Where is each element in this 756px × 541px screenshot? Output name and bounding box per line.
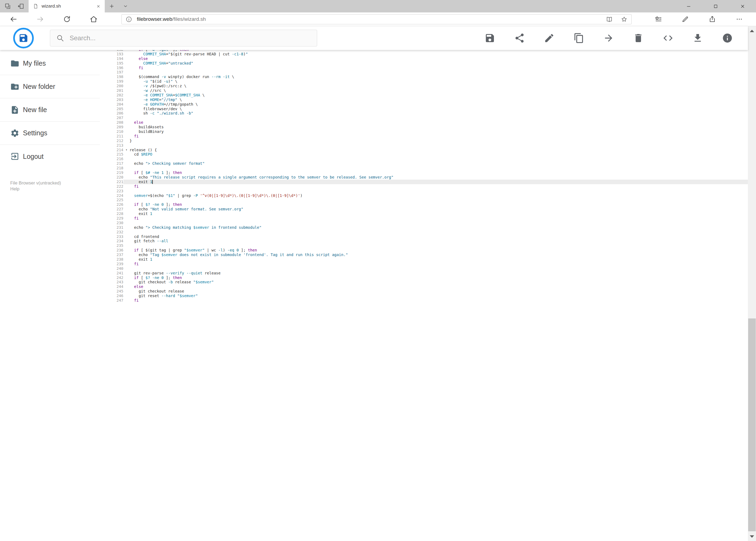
scrollbar-thumb[interactable] <box>748 318 756 531</box>
code-line[interactable]: 217 echo "> Checking semver format" <box>100 161 748 166</box>
move-button[interactable] <box>603 33 614 44</box>
code-line[interactable]: 212} <box>100 139 748 143</box>
code-line[interactable]: 245 git checkout release <box>100 289 748 293</box>
tabs-set-aside-button[interactable] <box>4 3 11 10</box>
sidebar-item-settings[interactable]: Settings <box>0 122 100 145</box>
code-line[interactable]: 241 git rev-parse --verify --quiet relea… <box>100 271 748 275</box>
code-line[interactable]: 211 fi <box>100 134 748 139</box>
copy-button[interactable] <box>574 33 584 44</box>
code-line[interactable]: 195 COMMIT_SHA="untracked" <box>100 61 748 66</box>
code-line[interactable]: 204 -e GOPATH=//tmp/gopath \ <box>100 102 748 107</box>
tab-preview-button[interactable] <box>17 3 24 10</box>
code-line[interactable]: 244 else <box>100 284 748 289</box>
home-button[interactable] <box>80 12 107 26</box>
scroll-up-button[interactable] <box>748 26 756 35</box>
code-line[interactable]: 220 echo "This release script requires a… <box>100 175 748 180</box>
code-line[interactable]: 218 <box>100 166 748 171</box>
code-line[interactable]: 236 if [ $(git tag | grep "$semver" | wc… <box>100 248 748 253</box>
forward-button[interactable] <box>27 12 54 26</box>
raw-view-button[interactable] <box>662 33 673 44</box>
minimize-button[interactable] <box>675 0 702 12</box>
code-line[interactable]: 207 <box>100 116 748 120</box>
code-line[interactable]: 198 $(command -v winpty) docker run --rm… <box>100 75 748 79</box>
code-line[interactable]: 201 -w //src \ <box>100 88 748 93</box>
refresh-button[interactable] <box>54 12 80 26</box>
code-line[interactable]: 208 else <box>100 120 748 125</box>
code-line[interactable]: 222 fi <box>100 184 748 189</box>
code-line[interactable]: 194 else <box>100 56 748 61</box>
code-line[interactable]: 192 if [ -d ".git" ]; then <box>100 50 748 52</box>
code-line[interactable]: 240 <box>100 266 748 271</box>
code-line[interactable]: 233 cd frontend <box>100 235 748 239</box>
code-line[interactable]: 214▾release () { <box>100 148 748 152</box>
code-editor[interactable]: 192 if [ -d ".git" ]; then193 COMMIT_SHA… <box>100 50 748 541</box>
save-button[interactable] <box>484 33 495 44</box>
filebrowser-logo[interactable] <box>13 28 34 49</box>
sidebar-item-logout[interactable]: Logout <box>0 145 100 168</box>
rename-button[interactable] <box>544 33 555 44</box>
code-line[interactable]: 246 git reset --hard "$semver" <box>100 293 748 298</box>
code-line[interactable]: 215 cd $REPO <box>100 152 748 157</box>
delete-button[interactable] <box>633 33 644 44</box>
site-info-icon[interactable] <box>126 16 132 23</box>
share-button[interactable] <box>514 33 525 44</box>
close-window-button[interactable] <box>729 0 756 12</box>
code-line[interactable]: 226 if [ $? -ne 0 ]; then <box>100 202 748 207</box>
code-line[interactable]: 193 COMMIT_SHA="$(git rev-parse HEAD | c… <box>100 52 748 56</box>
hub-button[interactable] <box>645 12 672 26</box>
tab-list-button[interactable] <box>119 0 132 12</box>
tab-close-button[interactable] <box>96 4 101 8</box>
code-line[interactable]: 197 <box>100 70 748 75</box>
code-line[interactable]: 227 echo "Not valid semver format. See s… <box>100 207 748 212</box>
code-line[interactable]: 221 exit 1 <box>100 180 748 184</box>
code-line[interactable]: 238 exit 1 <box>100 257 748 262</box>
code-line[interactable]: 200 -v /$(pwd):/src:z \ <box>100 84 748 88</box>
code-line[interactable]: 196 fi <box>100 66 748 70</box>
code-line[interactable]: 202 -e COMMIT_SHA=$COMMIT_SHA \ <box>100 93 748 98</box>
code-line[interactable]: 206 sh -c "./wizard.sh -b" <box>100 111 748 116</box>
code-line[interactable]: 237 echo "Tag $semver does not exist in … <box>100 253 748 257</box>
share-page-button[interactable] <box>699 12 726 26</box>
code-line[interactable]: 230 <box>100 221 748 225</box>
code-line[interactable]: 224 semver=$(echo "$1" | grep -P '^v(0|[… <box>100 194 748 198</box>
code-line[interactable]: 231 echo "> Checking matching $semver in… <box>100 225 748 230</box>
code-line[interactable]: 228 exit 1 <box>100 212 748 216</box>
address-bar[interactable]: filebrowser.web/files/wizard.sh <box>122 14 631 24</box>
code-line[interactable]: 239 fi <box>100 262 748 266</box>
code-line[interactable]: 225 <box>100 198 748 202</box>
code-line[interactable]: 243 git checkout -b release "$semver" <box>100 280 748 284</box>
code-line[interactable]: 203 -e HOME="//tmp" \ <box>100 98 748 102</box>
add-favorite-button[interactable] <box>621 16 628 23</box>
code-line[interactable]: 229 fi <box>100 216 748 221</box>
code-line[interactable]: 205 filebrowser/dev \ <box>100 107 748 111</box>
page-scrollbar[interactable] <box>748 26 756 541</box>
code-line[interactable]: 219 if [ $# -ne 1 ]; then <box>100 171 748 175</box>
code-line[interactable]: 199 -u "$(id -u)" \ <box>100 79 748 84</box>
code-line[interactable]: 210 buildBinary <box>100 129 748 134</box>
search-bar[interactable] <box>50 30 317 46</box>
search-input[interactable] <box>70 34 311 42</box>
code-line[interactable]: 232 <box>100 230 748 235</box>
reading-view-button[interactable] <box>606 16 613 23</box>
back-button[interactable] <box>0 12 27 26</box>
code-line[interactable]: 213 <box>100 143 748 148</box>
code-line[interactable]: 234 git fetch --all <box>100 239 748 244</box>
sidebar-item-new-file[interactable]: New file <box>0 98 100 122</box>
info-button[interactable] <box>722 33 733 44</box>
sidebar-item-new-folder[interactable]: New folder <box>0 75 100 98</box>
scroll-down-button[interactable] <box>748 532 756 541</box>
code-line[interactable]: 223 <box>100 189 748 194</box>
code-line[interactable]: 242 if [ $? -ne 0 ]; then <box>100 275 748 280</box>
new-tab-button[interactable] <box>105 0 119 12</box>
code-line[interactable]: 235 <box>100 244 748 248</box>
code-line[interactable]: 209 buildAssets <box>100 125 748 129</box>
sidebar-item-my-files[interactable]: My files <box>0 52 100 75</box>
fold-marker-icon[interactable]: ▾ <box>124 148 129 152</box>
maximize-button[interactable] <box>702 0 729 12</box>
code-line[interactable]: 247 fi <box>100 298 748 303</box>
download-button[interactable] <box>692 33 703 44</box>
code-line[interactable]: 216 <box>100 157 748 161</box>
browser-tab[interactable]: wizard.sh <box>29 0 105 12</box>
web-notes-button[interactable] <box>672 12 699 26</box>
more-options-button[interactable] <box>726 12 753 26</box>
